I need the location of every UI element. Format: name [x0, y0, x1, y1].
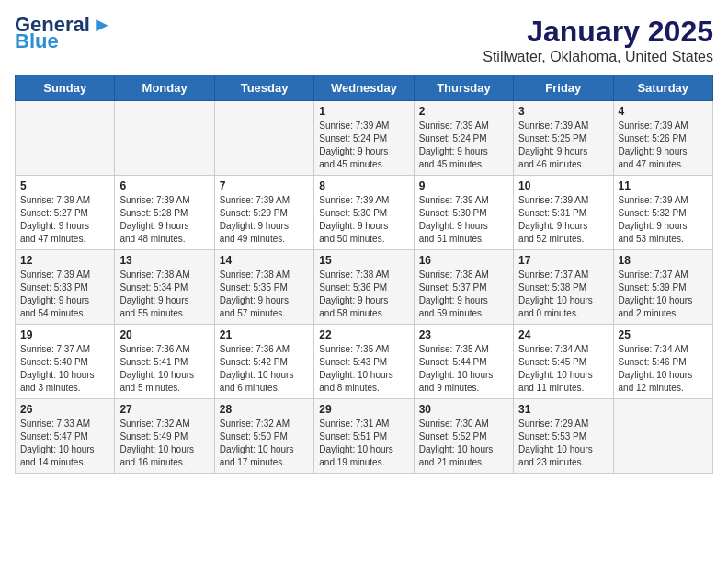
calendar-day-cell: 27Sunrise: 7:32 AM Sunset: 5:49 PM Dayli… — [115, 399, 214, 474]
calendar-day-cell: 24Sunrise: 7:34 AM Sunset: 5:45 PM Dayli… — [514, 325, 613, 399]
calendar-body: 1Sunrise: 7:39 AM Sunset: 5:24 PM Daylig… — [16, 101, 713, 474]
day-content: Sunrise: 7:39 AM Sunset: 5:26 PM Dayligh… — [619, 120, 708, 171]
calendar-empty-cell — [214, 101, 313, 176]
calendar-table: SundayMondayTuesdayWednesdayThursdayFrid… — [15, 75, 713, 474]
calendar-day-cell: 19Sunrise: 7:37 AM Sunset: 5:40 PM Dayli… — [16, 325, 115, 399]
calendar-day-cell: 18Sunrise: 7:37 AM Sunset: 5:39 PM Dayli… — [613, 250, 712, 325]
day-content: Sunrise: 7:39 AM Sunset: 5:31 PM Dayligh… — [518, 194, 608, 246]
calendar-empty-cell — [613, 399, 712, 474]
calendar-day-cell: 12Sunrise: 7:39 AM Sunset: 5:33 PM Dayli… — [16, 250, 115, 325]
day-content: Sunrise: 7:39 AM Sunset: 5:27 PM Dayligh… — [20, 194, 109, 246]
weekday-header: Saturday — [613, 75, 712, 101]
day-content: Sunrise: 7:39 AM Sunset: 5:29 PM Dayligh… — [220, 194, 309, 246]
day-number: 29 — [319, 403, 408, 416]
calendar-day-cell: 21Sunrise: 7:36 AM Sunset: 5:42 PM Dayli… — [214, 325, 313, 399]
calendar-title: January 2025 — [483, 15, 713, 49]
calendar-week-row: 26Sunrise: 7:33 AM Sunset: 5:47 PM Dayli… — [16, 399, 713, 474]
page-header: General ► Blue January 2025 Stillwater, … — [15, 15, 713, 65]
day-content: Sunrise: 7:39 AM Sunset: 5:25 PM Dayligh… — [518, 120, 608, 171]
day-content: Sunrise: 7:35 AM Sunset: 5:44 PM Dayligh… — [419, 343, 508, 395]
calendar-day-cell: 26Sunrise: 7:33 AM Sunset: 5:47 PM Dayli… — [16, 399, 115, 474]
calendar-week-row: 19Sunrise: 7:37 AM Sunset: 5:40 PM Dayli… — [16, 325, 713, 399]
day-content: Sunrise: 7:35 AM Sunset: 5:43 PM Dayligh… — [319, 343, 408, 395]
weekday-header: Tuesday — [214, 75, 313, 101]
day-number: 12 — [20, 254, 109, 267]
day-content: Sunrise: 7:34 AM Sunset: 5:46 PM Dayligh… — [619, 343, 708, 395]
calendar-day-cell: 15Sunrise: 7:38 AM Sunset: 5:36 PM Dayli… — [314, 250, 414, 325]
day-number: 22 — [319, 328, 408, 341]
day-number: 18 — [619, 254, 708, 267]
day-number: 31 — [518, 403, 608, 416]
weekday-header: Friday — [514, 75, 613, 101]
weekday-header: Thursday — [414, 75, 513, 101]
day-number: 7 — [220, 179, 309, 192]
calendar-day-cell: 2Sunrise: 7:39 AM Sunset: 5:24 PM Daylig… — [414, 101, 513, 176]
day-content: Sunrise: 7:31 AM Sunset: 5:51 PM Dayligh… — [319, 418, 408, 469]
day-number: 9 — [419, 179, 508, 192]
title-block: January 2025 Stillwater, Oklahoma, Unite… — [483, 15, 713, 65]
day-number: 2 — [419, 105, 508, 118]
day-number: 13 — [119, 254, 209, 267]
day-number: 6 — [119, 179, 209, 192]
day-number: 23 — [419, 328, 508, 341]
day-number: 4 — [619, 105, 708, 118]
calendar-header: SundayMondayTuesdayWednesdayThursdayFrid… — [16, 75, 713, 101]
day-number: 30 — [419, 403, 508, 416]
calendar-day-cell: 3Sunrise: 7:39 AM Sunset: 5:25 PM Daylig… — [514, 101, 613, 176]
calendar-day-cell: 23Sunrise: 7:35 AM Sunset: 5:44 PM Dayli… — [414, 325, 513, 399]
day-number: 5 — [20, 179, 109, 192]
logo: General ► Blue — [15, 15, 112, 52]
day-content: Sunrise: 7:39 AM Sunset: 5:24 PM Dayligh… — [319, 120, 408, 171]
logo-arrow-icon: ► — [92, 15, 112, 35]
day-content: Sunrise: 7:37 AM Sunset: 5:40 PM Dayligh… — [20, 343, 109, 395]
day-content: Sunrise: 7:37 AM Sunset: 5:39 PM Dayligh… — [619, 269, 708, 320]
calendar-day-cell: 13Sunrise: 7:38 AM Sunset: 5:34 PM Dayli… — [115, 250, 214, 325]
day-number: 11 — [619, 179, 708, 192]
day-content: Sunrise: 7:39 AM Sunset: 5:33 PM Dayligh… — [20, 269, 109, 320]
day-number: 3 — [518, 105, 608, 118]
day-number: 28 — [220, 403, 309, 416]
day-number: 27 — [119, 403, 209, 416]
logo-blue-text: Blue — [15, 31, 59, 52]
day-content: Sunrise: 7:38 AM Sunset: 5:34 PM Dayligh… — [119, 269, 209, 320]
calendar-day-cell: 31Sunrise: 7:29 AM Sunset: 5:53 PM Dayli… — [514, 399, 613, 474]
calendar-day-cell: 10Sunrise: 7:39 AM Sunset: 5:31 PM Dayli… — [514, 176, 613, 250]
day-number: 10 — [518, 179, 608, 192]
day-content: Sunrise: 7:30 AM Sunset: 5:52 PM Dayligh… — [419, 418, 508, 469]
calendar-day-cell: 16Sunrise: 7:38 AM Sunset: 5:37 PM Dayli… — [414, 250, 513, 325]
day-number: 21 — [220, 328, 309, 341]
day-content: Sunrise: 7:36 AM Sunset: 5:41 PM Dayligh… — [119, 343, 209, 395]
calendar-empty-cell — [16, 101, 115, 176]
day-content: Sunrise: 7:32 AM Sunset: 5:50 PM Dayligh… — [220, 418, 309, 469]
calendar-week-row: 12Sunrise: 7:39 AM Sunset: 5:33 PM Dayli… — [16, 250, 713, 325]
day-number: 24 — [518, 328, 608, 341]
calendar-day-cell: 22Sunrise: 7:35 AM Sunset: 5:43 PM Dayli… — [314, 325, 414, 399]
day-number: 14 — [220, 254, 309, 267]
calendar-day-cell: 17Sunrise: 7:37 AM Sunset: 5:38 PM Dayli… — [514, 250, 613, 325]
calendar-day-cell: 1Sunrise: 7:39 AM Sunset: 5:24 PM Daylig… — [314, 101, 414, 176]
calendar-day-cell: 6Sunrise: 7:39 AM Sunset: 5:28 PM Daylig… — [115, 176, 214, 250]
day-content: Sunrise: 7:32 AM Sunset: 5:49 PM Dayligh… — [119, 418, 209, 469]
calendar-day-cell: 20Sunrise: 7:36 AM Sunset: 5:41 PM Dayli… — [115, 325, 214, 399]
calendar-week-row: 5Sunrise: 7:39 AM Sunset: 5:27 PM Daylig… — [16, 176, 713, 250]
day-number: 16 — [419, 254, 508, 267]
weekday-header: Sunday — [16, 75, 115, 101]
calendar-day-cell: 8Sunrise: 7:39 AM Sunset: 5:30 PM Daylig… — [314, 176, 414, 250]
day-number: 17 — [518, 254, 608, 267]
day-number: 19 — [20, 328, 109, 341]
day-number: 26 — [20, 403, 109, 416]
day-content: Sunrise: 7:38 AM Sunset: 5:36 PM Dayligh… — [319, 269, 408, 320]
day-content: Sunrise: 7:38 AM Sunset: 5:35 PM Dayligh… — [220, 269, 309, 320]
calendar-day-cell: 5Sunrise: 7:39 AM Sunset: 5:27 PM Daylig… — [16, 176, 115, 250]
day-number: 25 — [619, 328, 708, 341]
day-content: Sunrise: 7:33 AM Sunset: 5:47 PM Dayligh… — [20, 418, 109, 469]
day-content: Sunrise: 7:39 AM Sunset: 5:28 PM Dayligh… — [119, 194, 209, 246]
day-content: Sunrise: 7:39 AM Sunset: 5:24 PM Dayligh… — [419, 120, 508, 171]
day-content: Sunrise: 7:38 AM Sunset: 5:37 PM Dayligh… — [419, 269, 508, 320]
day-content: Sunrise: 7:34 AM Sunset: 5:45 PM Dayligh… — [518, 343, 608, 395]
day-number: 15 — [319, 254, 408, 267]
day-number: 20 — [119, 328, 209, 341]
calendar-day-cell: 4Sunrise: 7:39 AM Sunset: 5:26 PM Daylig… — [613, 101, 712, 176]
calendar-week-row: 1Sunrise: 7:39 AM Sunset: 5:24 PM Daylig… — [16, 101, 713, 176]
day-content: Sunrise: 7:29 AM Sunset: 5:53 PM Dayligh… — [518, 418, 608, 469]
